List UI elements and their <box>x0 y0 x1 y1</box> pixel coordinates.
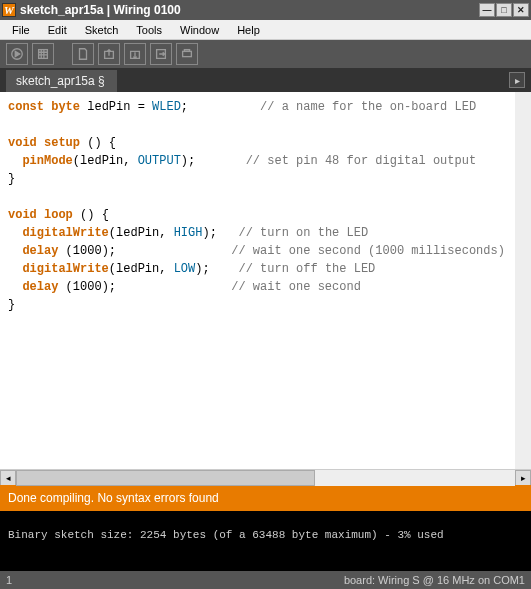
window-title: sketch_apr15a | Wiring 0100 <box>20 3 479 17</box>
tab-menu-button[interactable]: ▸ <box>509 72 525 88</box>
run-button[interactable] <box>6 43 28 65</box>
code-line: const byte ledPin = WLED; // a name for … <box>8 98 507 116</box>
horizontal-scrollbar[interactable]: ◂ ▸ <box>0 469 531 485</box>
menu-window[interactable]: Window <box>172 22 227 38</box>
tab-bar: sketch_apr15a § ▸ <box>0 68 531 92</box>
export-button[interactable] <box>150 43 172 65</box>
title-bar: W sketch_apr15a | Wiring 0100 — □ ✕ <box>0 0 531 20</box>
code-line: } <box>8 170 507 188</box>
code-line: void setup () { <box>8 134 507 152</box>
app-icon: W <box>2 3 16 17</box>
menu-sketch[interactable]: Sketch <box>77 22 127 38</box>
svg-rect-1 <box>39 50 48 59</box>
code-editor[interactable]: const byte ledPin = WLED; // a name for … <box>0 92 531 469</box>
scroll-right-icon[interactable]: ▸ <box>515 470 531 486</box>
stop-button[interactable] <box>32 43 54 65</box>
tab-sketch[interactable]: sketch_apr15a § <box>6 70 117 92</box>
code-line: pinMode(ledPin, OUTPUT); // set pin 48 f… <box>8 152 507 170</box>
serial-button[interactable] <box>176 43 198 65</box>
code-line <box>8 188 507 206</box>
menu-file[interactable]: File <box>4 22 38 38</box>
footer-bar: 1 board: Wiring S @ 16 MHz on COM1 <box>0 571 531 589</box>
scroll-track[interactable] <box>16 470 515 486</box>
new-button[interactable] <box>72 43 94 65</box>
save-button[interactable] <box>124 43 146 65</box>
toolbar <box>0 40 531 68</box>
code-line: } <box>8 296 507 314</box>
menu-tools[interactable]: Tools <box>128 22 170 38</box>
svg-rect-2 <box>183 51 192 56</box>
scroll-thumb[interactable] <box>16 470 315 486</box>
menu-edit[interactable]: Edit <box>40 22 75 38</box>
close-button[interactable]: ✕ <box>513 3 529 17</box>
code-line: digitalWrite(ledPin, HIGH); // turn on t… <box>8 224 507 242</box>
code-line: delay (1000); // wait one second <box>8 278 507 296</box>
console-output: Binary sketch size: 2254 bytes (of a 634… <box>0 511 531 571</box>
line-number: 1 <box>6 574 12 586</box>
maximize-button[interactable]: □ <box>496 3 512 17</box>
code-line: delay (1000); // wait one second (1000 m… <box>8 242 507 260</box>
open-button[interactable] <box>98 43 120 65</box>
menu-bar: File Edit Sketch Tools Window Help <box>0 20 531 40</box>
scroll-left-icon[interactable]: ◂ <box>0 470 16 486</box>
board-info: board: Wiring S @ 16 MHz on COM1 <box>344 574 525 586</box>
minimize-button[interactable]: — <box>479 3 495 17</box>
code-line: digitalWrite(ledPin, LOW); // turn off t… <box>8 260 507 278</box>
code-line <box>8 116 507 134</box>
menu-help[interactable]: Help <box>229 22 268 38</box>
svg-rect-3 <box>184 50 189 52</box>
compile-status: Done compiling. No syntax errors found <box>0 485 531 511</box>
code-line: void loop () { <box>8 206 507 224</box>
